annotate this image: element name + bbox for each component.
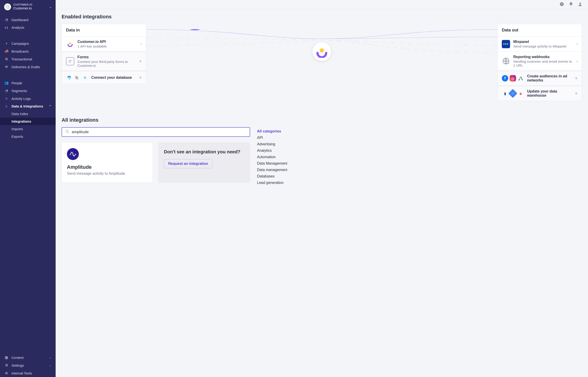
mysql-icon: 🐬 <box>66 74 72 81</box>
analysis-icon: ⫾⫿ <box>4 25 9 29</box>
nav-internal[interactable]: ⊛Internal Tools <box>0 369 56 377</box>
row-api[interactable]: Customer.io API 1 API key available <box>62 36 146 52</box>
nav-label: People <box>12 81 22 85</box>
warehouse-icons: ▮ = ◈ <box>502 90 524 97</box>
nav-deliveries[interactable]: ✉Deliveries & Drafts <box>0 63 56 71</box>
nav-label: Internal Tools <box>12 371 32 375</box>
row-title: Create audiences in ad networks <box>527 74 571 82</box>
request-integration-button[interactable]: Request an integration <box>164 159 213 168</box>
nav-content[interactable]: ▦Content <box>0 353 56 361</box>
category-item[interactable]: Automation <box>257 154 308 160</box>
all-heading: All integrations <box>62 117 582 123</box>
deliveries-icon: ✉ <box>4 65 9 69</box>
nav-sub-imports[interactable]: Imports <box>0 125 56 133</box>
nav-people[interactable]: 👥People <box>0 79 56 87</box>
all-integrations-section: All integrations <box>62 117 582 186</box>
row-mixpanel[interactable]: ••• Mixpanel Send message activity to Mi… <box>498 36 582 52</box>
nav-segments[interactable]: ◔Segments <box>0 87 56 94</box>
mixpanel-icon: ••• <box>502 40 510 48</box>
chevron-down-icon <box>49 364 51 367</box>
nav-label: Settings <box>12 364 24 367</box>
chevron-right-icon <box>576 42 578 46</box>
svg-rect-0 <box>6 6 9 8</box>
data-in-title: Data in <box>62 24 146 36</box>
category-item[interactable]: Data Management <box>257 160 308 167</box>
tools-icon: ⊛ <box>4 371 9 375</box>
nav-dashboard[interactable]: ◔Dashboard <box>0 16 56 24</box>
nav-activity[interactable]: ⊹Activity Logs <box>0 94 56 102</box>
workspace-switcher[interactable]: CUSTOMER.IO Customer.io <box>0 1 56 14</box>
nav-broadcasts[interactable]: 📣Broadcasts <box>0 47 56 55</box>
chevron-right-icon <box>140 42 142 46</box>
dashboard-icon: ◔ <box>4 18 9 22</box>
svg-point-7 <box>579 2 581 4</box>
nav-sub-exports[interactable]: Exports <box>0 133 56 140</box>
databricks-icon: ◈ <box>517 90 524 97</box>
nav-analysis[interactable]: ⫾⫿Analysis <box>0 24 56 31</box>
category-item[interactable]: Data management <box>257 167 308 173</box>
nav-data-integrations[interactable]: ≡Data & Integrations <box>0 102 56 110</box>
row-sub: 1 API key available <box>77 44 137 48</box>
row-database[interactable]: 🐬 🐘 ❄ Connect your database + <box>62 71 146 84</box>
main: ? Enabled integrations Data in Customer.… <box>56 0 588 377</box>
request-heading: Don't see an integration you need? <box>164 149 245 154</box>
data-out-title: Data out <box>498 24 582 36</box>
nav-label: Segments <box>12 89 27 93</box>
category-item[interactable]: Databases <box>257 173 308 179</box>
data-icon: ≡ <box>4 104 9 108</box>
sidebar: CUSTOMER.IO Customer.io ◔Dashboard ⫾⫿Ana… <box>0 0 56 377</box>
svg-point-16 <box>66 130 68 132</box>
postgres-icon: 🐘 <box>74 74 80 81</box>
chevron-down-icon <box>49 5 52 9</box>
bigquery-icon: = <box>508 89 517 98</box>
nav-sub-data-index[interactable]: Data Index <box>0 110 56 118</box>
plus-icon: + <box>575 91 578 96</box>
category-item[interactable]: API <box>257 135 308 141</box>
category-item[interactable]: All categories <box>257 128 308 135</box>
category-list: All categoriesAPIAdvertisingAnalyticsAut… <box>257 127 308 186</box>
broadcasts-icon: 📣 <box>4 49 9 53</box>
row-title: Mixpanel <box>513 40 573 44</box>
transactional-icon: ⧉ <box>4 57 9 61</box>
row-ads[interactable]: f ◎ Create audiences in ad networks + <box>498 71 582 86</box>
data-out-panel: Data out ••• Mixpanel Send message activ… <box>497 24 582 101</box>
topbar: ? <box>56 0 588 9</box>
row-webhooks[interactable]: Reporting webhooks Sending customer and … <box>498 52 582 71</box>
nav-label: Campaigns <box>12 42 29 46</box>
user-icon[interactable] <box>578 2 582 7</box>
row-title: Forms <box>77 55 136 59</box>
bell-icon[interactable] <box>569 2 573 7</box>
category-item[interactable]: Advertising <box>257 141 308 147</box>
nav-transactional[interactable]: ⧉Transactional <box>0 55 56 63</box>
snowflake-icon: ❄ <box>82 74 88 81</box>
workspace-name: Customer.io <box>13 6 47 10</box>
google-ads-icon <box>517 75 524 82</box>
svg-point-12 <box>190 29 200 30</box>
row-forms[interactable]: Forms Connect your third-party forms to … <box>62 52 146 71</box>
cio-node <box>313 42 331 61</box>
nav-label: Transactional <box>12 57 32 61</box>
nav-label: Broadcasts <box>12 49 29 53</box>
search-box[interactable] <box>62 127 250 137</box>
result-amplitude[interactable]: Amplitude Send message activity to Ampli… <box>62 142 153 183</box>
help-icon[interactable]: ? <box>560 2 564 7</box>
data-in-panel: Data in Customer.io API 1 API key availa… <box>62 24 146 84</box>
nav-label: Dashboard <box>12 18 28 22</box>
plus-icon: + <box>139 75 142 81</box>
gear-icon: ⚙ <box>4 363 9 367</box>
segments-icon: ◔ <box>4 89 9 93</box>
nav-settings[interactable]: ⚙Settings <box>0 361 56 369</box>
row-title: Customer.io API <box>77 40 137 44</box>
svg-rect-1 <box>7 6 7 6</box>
row-warehouse[interactable]: ▮ = ◈ Update your data warehouse + <box>498 86 582 101</box>
nav-sub-integrations[interactable]: Integrations <box>0 118 56 125</box>
nav-label: Deliveries & Drafts <box>12 65 40 69</box>
svg-point-8 <box>69 42 71 44</box>
search-input[interactable] <box>72 130 246 134</box>
campaigns-icon: ⌖ <box>4 41 9 46</box>
result-title: Amplitude <box>67 164 148 170</box>
category-item[interactable]: Analytics <box>257 147 308 154</box>
request-card: Don't see an integration you need? Reque… <box>158 142 250 183</box>
category-item[interactable]: Lead generation <box>257 179 308 186</box>
nav-campaigns[interactable]: ⌖Campaigns <box>0 39 56 47</box>
